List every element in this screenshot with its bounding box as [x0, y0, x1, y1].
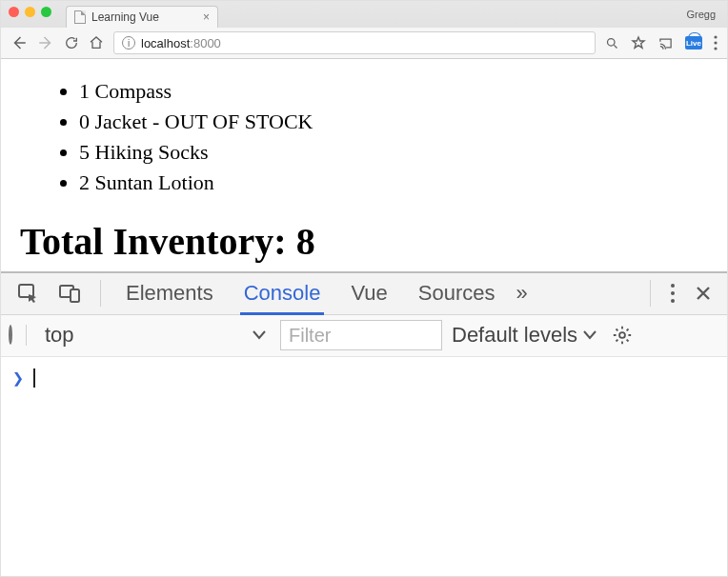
svg-point-8	[671, 291, 675, 295]
url-text: localhost:8000	[141, 36, 221, 50]
toolbar-right: Live	[605, 35, 718, 50]
tab-console[interactable]: Console	[229, 272, 336, 314]
inspect-element-button[interactable]	[7, 272, 49, 314]
back-button[interactable]	[10, 34, 28, 51]
close-tab-button[interactable]: ×	[203, 10, 210, 24]
chevron-down-icon	[253, 330, 266, 340]
close-devtools-button[interactable]	[685, 272, 721, 314]
maximize-window-button[interactable]	[41, 7, 51, 17]
tab-vue[interactable]: Vue	[335, 272, 402, 314]
svg-point-10	[619, 332, 625, 338]
console-body[interactable]: ❯	[1, 357, 727, 519]
filter-input[interactable]	[280, 320, 442, 350]
reload-button[interactable]	[64, 35, 79, 50]
list-item: 5 Hiking Socks	[79, 137, 708, 168]
svg-point-1	[714, 35, 717, 38]
inventory-list: 1 Compass0 Jacket - OUT OF STOCK5 Hiking…	[20, 76, 708, 198]
clear-console-button[interactable]	[9, 327, 12, 344]
tabs-overflow-button[interactable]: »	[510, 272, 533, 314]
forward-button[interactable]	[37, 34, 54, 51]
omnibox[interactable]: i localhost:8000	[113, 31, 596, 54]
browser-chrome: Learning Vue × Gregg i localhost:8000	[1, 1, 727, 59]
svg-point-9	[671, 299, 675, 303]
chevron-down-icon	[583, 330, 597, 340]
close-window-button[interactable]	[9, 7, 19, 17]
svg-rect-6	[71, 289, 79, 302]
bookmark-star-icon[interactable]	[631, 35, 646, 50]
devtools-tabbar: Elements Console Vue Sources »	[1, 273, 727, 315]
console-settings-button[interactable]	[612, 325, 633, 346]
tab-elements[interactable]: Elements	[111, 272, 229, 314]
console-prompt: ❯	[12, 367, 24, 389]
list-item: 2 Suntan Lotion	[79, 168, 708, 198]
filter-field[interactable]	[280, 320, 442, 350]
console-cursor	[33, 368, 35, 388]
svg-point-0	[608, 38, 616, 46]
tab-bar: Learning Vue × Gregg	[1, 1, 727, 28]
site-info-icon[interactable]: i	[122, 36, 135, 50]
devtools-menu-button[interactable]	[660, 272, 685, 314]
svg-point-2	[714, 41, 717, 44]
total-inventory: Total Inventory: 8	[20, 219, 708, 264]
zoom-icon[interactable]	[605, 36, 619, 50]
page-icon	[74, 10, 86, 24]
list-item: 0 Jacket - OUT OF STOCK	[79, 107, 708, 137]
profile-name[interactable]: Gregg	[686, 1, 716, 28]
page-content: 1 Compass0 Jacket - OUT OF STOCK5 Hiking…	[1, 59, 727, 264]
svg-point-3	[714, 47, 717, 50]
context-selector[interactable]: top	[40, 322, 271, 348]
svg-point-7	[671, 284, 675, 288]
extension-live-icon[interactable]: Live	[685, 36, 702, 50]
browser-tab[interactable]: Learning Vue ×	[66, 6, 218, 28]
address-bar: i localhost:8000 Live	[1, 28, 727, 58]
devtools-panel: Elements Console Vue Sources » top Defau…	[1, 271, 727, 519]
device-toggle-button[interactable]	[49, 272, 91, 314]
minimize-window-button[interactable]	[25, 7, 35, 17]
log-levels-selector[interactable]: Default levels	[452, 323, 597, 348]
tab-title: Learning Vue	[91, 10, 159, 24]
cast-icon[interactable]	[657, 36, 674, 50]
list-item: 1 Compass	[79, 76, 708, 107]
browser-menu-button[interactable]	[714, 35, 718, 50]
window-controls	[9, 7, 51, 17]
tab-sources[interactable]: Sources	[403, 272, 511, 314]
home-button[interactable]	[89, 35, 104, 50]
console-toolbar: top Default levels	[1, 315, 727, 357]
